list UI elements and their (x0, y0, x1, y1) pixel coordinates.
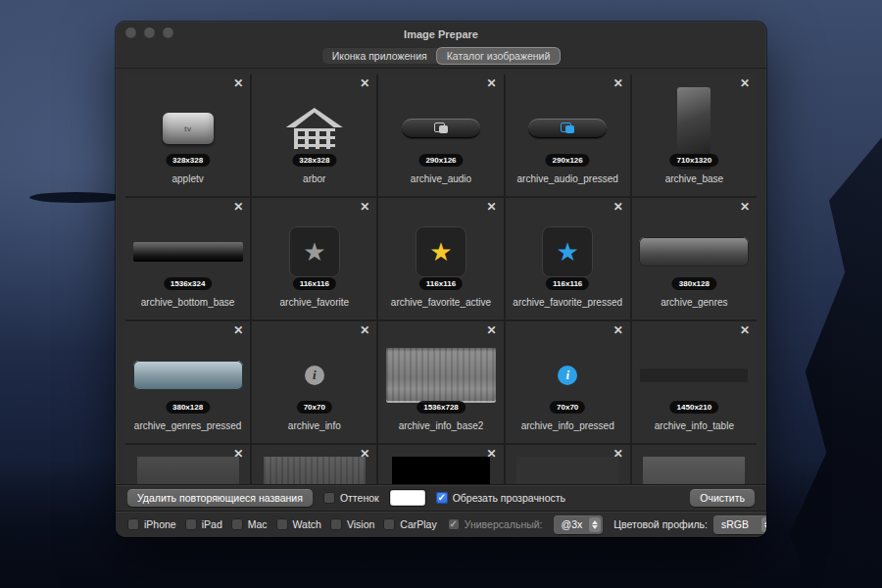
image-catalog-panel: ✕tv328x328appletv✕328x328arbor✕290x126ar… (125, 74, 757, 484)
checkbox[interactable] (276, 518, 288, 530)
dedupe-button[interactable]: Удалить повторяющиеся названия (127, 489, 313, 507)
archive_genres_pressed-thumbnail (133, 361, 243, 390)
universal-checkbox-row[interactable]: Универсальный: (448, 518, 543, 530)
close-icon[interactable]: ✕ (740, 200, 750, 214)
device-checkbox-watch[interactable]: Watch (276, 518, 321, 530)
close-icon[interactable]: ✕ (360, 76, 369, 90)
close-icon[interactable]: ✕ (487, 200, 497, 214)
checkbox[interactable] (231, 518, 243, 530)
grid-item: ✕★116x116archive_favorite_pressed (506, 198, 630, 319)
trim-checkbox-row[interactable]: Обрезать прозрачность (436, 492, 565, 504)
close-icon[interactable]: ✕ (360, 200, 369, 214)
traffic-lights (125, 27, 173, 38)
tint-checkbox-row[interactable]: Оттенок (323, 492, 379, 504)
size-badge: 1536x324 (164, 277, 213, 290)
universal-checkbox-label: Универсальный: (465, 518, 543, 530)
size-badge: 1536x728 (416, 401, 466, 414)
image-name: archive_genres_pressed (134, 420, 242, 431)
archive_favorite_pressed-thumbnail: ★ (542, 226, 593, 277)
image-name: archive_info_base2 (399, 420, 484, 431)
partial-thumbnail (392, 457, 490, 484)
close-icon[interactable]: ✕ (740, 323, 750, 337)
options-toolbar: Удалить повторяющиеся названия Оттенок О… (116, 484, 766, 511)
universal-checkbox[interactable] (448, 518, 460, 530)
archive_favorite_active-thumbnail: ★ (416, 226, 466, 277)
checkbox[interactable] (330, 518, 342, 530)
thumbnail-area (125, 457, 250, 484)
device-checkbox-vision[interactable]: Vision (330, 518, 374, 530)
image-name: archive_bottom_base (141, 297, 235, 308)
partial-thumbnail (264, 457, 366, 484)
checkbox-label: Vision (347, 518, 374, 530)
close-window-button[interactable] (125, 27, 136, 38)
tab-app-icon[interactable]: Иконка приложения (322, 48, 437, 64)
image-name: archive_audio (411, 173, 471, 184)
zoom-window-button[interactable] (163, 27, 173, 38)
device-checkbox-carplay[interactable]: CarPlay (383, 518, 436, 530)
size-badge: 70x70 (297, 401, 332, 414)
device-checkbox-ipad[interactable]: iPad (185, 518, 222, 530)
trim-transparency-checkbox[interactable] (436, 492, 448, 504)
app-window: Image Prepare Иконка приложенияКаталог и… (116, 22, 766, 537)
thumbnail-area: 1536x728 (378, 337, 503, 414)
checkbox[interactable] (185, 518, 197, 530)
export-toolbar: iPhoneiPadMacWatchVisionCarPlay Универса… (116, 511, 766, 537)
minimize-window-button[interactable] (144, 27, 155, 38)
image-grid: ✕tv328x328appletv✕328x328arbor✕290x126ar… (125, 74, 757, 484)
grid-item: ✕i70x70archive_info (252, 321, 376, 443)
thumbnail-area: tv328x328 (125, 90, 250, 167)
tint-color-well[interactable] (390, 490, 425, 506)
thumbnail-area: 380x128 (125, 337, 250, 414)
checkbox[interactable] (127, 518, 139, 530)
color-profile-select[interactable]: sRGB (713, 515, 766, 534)
close-icon[interactable]: ✕ (360, 323, 369, 337)
tint-checkbox[interactable] (323, 492, 335, 504)
thumbnail-area: 290x126 (378, 90, 503, 167)
size-badge: 70x70 (550, 401, 585, 414)
archive_info_pressed-thumbnail: i (558, 366, 577, 385)
wallpaper-islet (29, 192, 122, 203)
size-badge: 116x116 (546, 277, 589, 290)
close-icon[interactable]: ✕ (487, 323, 497, 337)
grid-item: ✕710x1320archive_base (632, 74, 757, 196)
image-name: archive_info_pressed (521, 420, 614, 431)
close-icon[interactable]: ✕ (613, 76, 623, 90)
close-icon[interactable]: ✕ (233, 323, 243, 337)
close-icon[interactable]: ✕ (233, 76, 243, 90)
device-checkbox-iphone[interactable]: iPhone (127, 518, 176, 530)
archive_info-thumbnail: i (305, 366, 324, 385)
close-icon[interactable]: ✕ (740, 76, 750, 90)
checkbox-label: iPad (202, 518, 222, 530)
grid-item: ✕ (506, 445, 630, 484)
close-icon[interactable]: ✕ (613, 200, 623, 214)
trim-checkbox-label: Обрезать прозрачность (453, 492, 565, 504)
tab-image-catalog[interactable]: Каталог изображений (437, 48, 561, 64)
scale-select[interactable]: @3x (554, 515, 604, 534)
image-name: archive_favorite_active (391, 297, 491, 308)
partial-thumbnail (643, 457, 745, 484)
device-checkbox-mac[interactable]: Mac (231, 518, 268, 530)
close-icon[interactable]: ✕ (233, 200, 243, 214)
appletv-thumbnail: tv (163, 113, 214, 144)
clear-button[interactable]: Очистить (690, 489, 755, 507)
thumbnail-area (632, 457, 757, 484)
stepper-arrows-icon (589, 517, 601, 532)
window-title: Image Prepare (116, 24, 766, 40)
grid-item: ✕1536x728archive_info_base2 (378, 321, 503, 443)
partial-thumbnail (516, 457, 618, 484)
grid-item: ✕tv328x328appletv (125, 74, 250, 196)
image-name: archive_info (288, 420, 341, 431)
grid-item: ✕★116x116archive_favorite (252, 198, 376, 319)
close-icon[interactable]: ✕ (487, 76, 497, 90)
grid-item: ✕380x128archive_genres_pressed (125, 321, 250, 443)
thumbnail-area: 328x328 (252, 90, 376, 167)
tab-bar: Иконка приложенияКаталог изображений (116, 43, 766, 69)
image-name: arbor (303, 173, 325, 184)
close-icon[interactable]: ✕ (613, 323, 623, 337)
image-name: archive_info_table (655, 420, 734, 431)
titlebar[interactable]: Image Prepare (116, 22, 766, 43)
thumbnail-area: 1536x324 (125, 214, 250, 290)
thumbnail-area: ★116x116 (252, 214, 376, 290)
checkbox[interactable] (383, 518, 395, 530)
grid-item: ✕290x126archive_audio_pressed (506, 74, 630, 196)
